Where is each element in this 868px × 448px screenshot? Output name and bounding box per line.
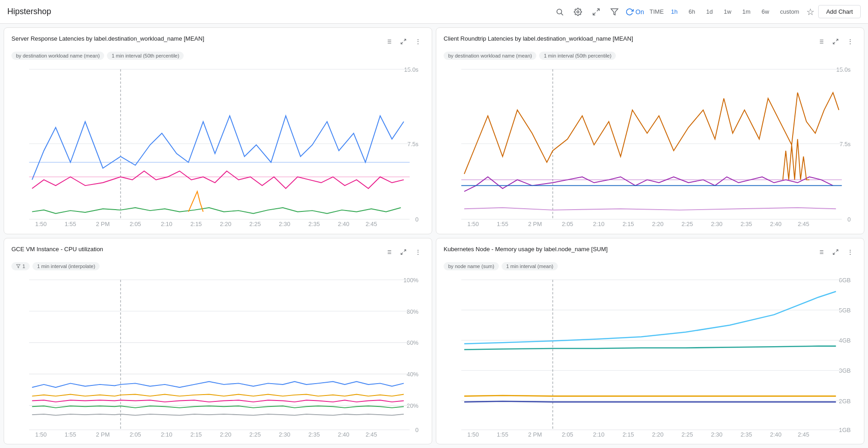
svg-text:2:35: 2:35 xyxy=(308,431,320,437)
svg-text:2:40: 2:40 xyxy=(338,431,349,437)
svg-text:2:25: 2:25 xyxy=(682,431,693,437)
refresh-on-label: On xyxy=(635,8,644,16)
app-title: Hipstershop xyxy=(7,7,51,16)
svg-text:2:25: 2:25 xyxy=(249,431,261,437)
chart1-expand-btn[interactable] xyxy=(397,35,410,48)
search-button[interactable] xyxy=(552,5,567,19)
toolbar-icons: On TIME 1h 6h 1d 1w 1m 6w custom ☆ Add C… xyxy=(552,5,861,19)
chart4-tag1: by node name (sum) xyxy=(444,262,499,270)
svg-text:2:05: 2:05 xyxy=(562,431,573,437)
svg-text:2:45: 2:45 xyxy=(798,431,809,437)
time-1h[interactable]: 1h xyxy=(667,6,681,17)
time-1w[interactable]: 1w xyxy=(720,6,735,17)
time-1d[interactable]: 1d xyxy=(703,6,716,17)
svg-text:2:45: 2:45 xyxy=(365,221,377,227)
chart1-tag1: by destination workload name (mean) xyxy=(11,52,104,60)
favorite-button[interactable]: ☆ xyxy=(806,6,815,17)
chart1-tag2: 1 min interval (50th percentile) xyxy=(107,52,184,60)
svg-text:2:05: 2:05 xyxy=(130,221,141,227)
svg-text:2:30: 2:30 xyxy=(279,221,290,227)
chart4-header: Kubernetes Node - Memory usage by label.… xyxy=(444,246,857,258)
time-6w[interactable]: 6w xyxy=(758,6,773,17)
chart3-tags: 1 1 min interval (interpolate) xyxy=(11,262,424,270)
svg-text:1:55: 1:55 xyxy=(65,431,76,437)
svg-line-4 xyxy=(593,12,595,15)
svg-text:2:25: 2:25 xyxy=(249,221,261,227)
chart4-legend-btn[interactable] xyxy=(815,246,827,258)
chart1-legend-btn[interactable] xyxy=(382,35,395,48)
svg-text:2:15: 2:15 xyxy=(623,431,634,437)
top-bar: Hipstershop On TIME 1h 6h 1d 1w 1m 6w cu… xyxy=(0,0,868,24)
svg-text:2:15: 2:15 xyxy=(191,221,202,227)
chart2-icons: ⋮ xyxy=(815,35,857,48)
time-6h[interactable]: 6h xyxy=(685,6,699,17)
dashboard: Server Response Latencies by label.desti… xyxy=(0,24,868,448)
chart1-more-btn[interactable]: ⋮ xyxy=(412,35,424,48)
chart-cpu-util: GCE VM Instance - CPU utilization ⋮ 1 1 … xyxy=(4,238,432,445)
chart4-more-btn[interactable]: ⋮ xyxy=(844,246,857,258)
chart-memory: Kubernetes Node - Memory usage by label.… xyxy=(436,238,864,445)
svg-text:2:20: 2:20 xyxy=(652,221,663,227)
svg-text:2:25: 2:25 xyxy=(682,221,693,227)
svg-line-105 xyxy=(833,253,835,254)
svg-text:1:55: 1:55 xyxy=(497,431,508,437)
add-chart-button[interactable]: Add Chart xyxy=(818,5,861,18)
time-custom[interactable]: custom xyxy=(777,6,803,17)
svg-text:2:10: 2:10 xyxy=(161,431,172,437)
svg-text:2:30: 2:30 xyxy=(711,221,722,227)
svg-text:2:45: 2:45 xyxy=(798,221,809,227)
fullscreen-button[interactable] xyxy=(589,5,603,19)
svg-point-0 xyxy=(557,9,562,14)
chart2-tags: by destination workload name (mean) 1 mi… xyxy=(444,52,857,60)
chart2-title: Client Roundtrip Latencies by label.dest… xyxy=(444,35,815,42)
svg-text:0: 0 xyxy=(415,216,418,223)
svg-line-70 xyxy=(404,249,406,251)
svg-line-13 xyxy=(401,42,403,44)
chart2-more-btn[interactable]: ⋮ xyxy=(844,35,857,48)
svg-point-2 xyxy=(577,11,579,13)
chart4-icons: ⋮ xyxy=(815,246,857,258)
svg-text:1:50: 1:50 xyxy=(467,431,479,437)
svg-text:2 PM: 2 PM xyxy=(96,221,110,227)
chart3-more-btn[interactable]: ⋮ xyxy=(412,246,424,258)
svg-marker-5 xyxy=(611,9,618,15)
chart3-tag-filter: 1 xyxy=(11,262,30,270)
chart3-expand-btn[interactable] xyxy=(397,246,410,258)
chart2-tag1: by destination workload name (mean) xyxy=(444,52,536,60)
svg-text:1:50: 1:50 xyxy=(467,221,479,227)
svg-text:1:55: 1:55 xyxy=(65,221,76,227)
svg-marker-72 xyxy=(16,264,20,268)
chart3-area: 100% 80% 60% 40% 20% 0 1:50 1:55 2 PM 2:… xyxy=(11,274,424,437)
chart3-legend-btn[interactable] xyxy=(382,246,395,258)
chart4-title: Kubernetes Node - Memory usage by label.… xyxy=(444,246,815,253)
svg-text:2:40: 2:40 xyxy=(338,221,349,227)
svg-text:2:30: 2:30 xyxy=(711,431,722,437)
filter-button[interactable] xyxy=(607,5,622,19)
svg-line-3 xyxy=(597,9,599,11)
chart2-expand-btn[interactable] xyxy=(829,35,842,48)
svg-line-1 xyxy=(561,13,563,15)
chart4-tags: by node name (sum) 1 min interval (mean) xyxy=(444,262,857,270)
svg-text:2 PM: 2 PM xyxy=(528,221,542,227)
svg-text:2:20: 2:20 xyxy=(220,431,231,437)
refresh-on-toggle[interactable]: On xyxy=(625,8,644,16)
chart2-legend-btn[interactable] xyxy=(815,35,827,48)
chart1-area: 15.0s 7.5s 0 1:50 1:55 2 PM 2:05 2:10 2:… xyxy=(11,63,424,227)
chart-server-latency: Server Response Latencies by label.desti… xyxy=(4,27,432,234)
svg-text:2:15: 2:15 xyxy=(191,431,202,437)
settings-button[interactable] xyxy=(571,5,585,19)
chart4-expand-btn[interactable] xyxy=(829,246,842,258)
svg-text:0: 0 xyxy=(847,216,851,223)
svg-text:2:10: 2:10 xyxy=(593,221,604,227)
time-1m[interactable]: 1m xyxy=(739,6,754,17)
svg-text:2:10: 2:10 xyxy=(161,221,172,227)
chart1-tags: by destination workload name (mean) 1 mi… xyxy=(11,52,424,60)
chart1-icons: ⋮ xyxy=(382,35,424,48)
svg-text:2 PM: 2 PM xyxy=(96,431,110,437)
svg-text:0: 0 xyxy=(415,427,418,433)
svg-text:2:35: 2:35 xyxy=(741,221,752,227)
svg-text:2:40: 2:40 xyxy=(770,431,782,437)
svg-line-71 xyxy=(401,253,403,254)
svg-text:2:35: 2:35 xyxy=(308,221,320,227)
svg-text:2:40: 2:40 xyxy=(770,221,782,227)
